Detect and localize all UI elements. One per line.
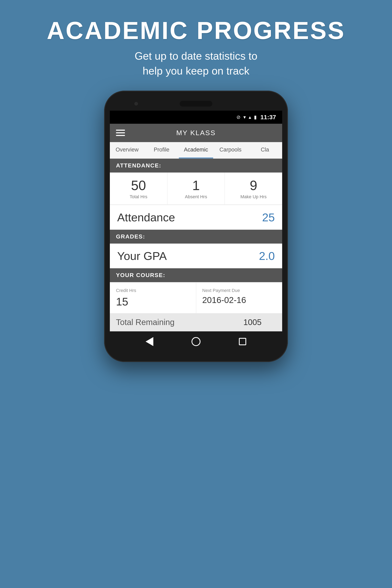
phone-camera — [134, 102, 138, 106]
app-title: MY KLASS — [176, 129, 216, 137]
app-bar: MY KLASS — [110, 124, 282, 142]
credit-hrs-cell: Credit Hrs 15 — [110, 282, 196, 313]
status-bar: ⊘ ▾ ▴ ▮ 11:37 — [110, 111, 282, 124]
battery-icon: ▮ — [254, 114, 257, 120]
absent-hrs-cell: 1 Absent Hrs — [168, 172, 225, 204]
total-remaining-row: Total Remaining 1005 — [110, 313, 282, 331]
total-remaining-label: Total Remaining — [116, 318, 174, 327]
page-header: ACADEMIC PROGRESS Get up to date statist… — [47, 16, 345, 78]
page-subtitle: Get up to date statistics tohelp you kee… — [47, 48, 345, 78]
tab-bar: Overview Profile Academic Carpools Cla — [110, 142, 282, 159]
next-payment-label: Next Payment Due — [202, 288, 276, 293]
makeup-hrs-label: Make Up Hrs — [240, 194, 267, 200]
tab-profile[interactable]: Profile — [144, 142, 179, 158]
hamburger-line-1 — [116, 130, 125, 131]
total-hrs-cell: 50 Total Hrs — [110, 172, 168, 204]
recents-icon — [239, 338, 246, 345]
absent-hrs-label: Absent Hrs — [185, 194, 207, 200]
wifi-icon: ▾ — [243, 114, 246, 120]
attendance-summary-row: Attendance 25 — [110, 205, 282, 230]
total-hrs-value: 50 — [131, 179, 146, 192]
back-button[interactable] — [142, 334, 156, 349]
recents-button[interactable] — [236, 334, 250, 349]
gpa-value: 2.0 — [259, 249, 275, 262]
next-payment-value: 2016-02-16 — [202, 295, 276, 305]
gpa-label: Your GPA — [117, 249, 167, 262]
next-payment-cell: Next Payment Due 2016-02-16 — [196, 282, 282, 313]
phone-speaker — [180, 101, 212, 106]
makeup-hrs-cell: 9 Make Up Hrs — [225, 172, 282, 204]
home-button[interactable] — [189, 334, 203, 349]
hamburger-line-2 — [116, 132, 125, 133]
tab-cla[interactable]: Cla — [248, 142, 282, 158]
tab-academic[interactable]: Academic — [179, 142, 213, 158]
attendance-stats-row: 50 Total Hrs 1 Absent Hrs 9 Make Up Hrs — [110, 172, 282, 204]
course-header: YOUR COURSE: — [110, 268, 282, 282]
signal-icon: ▴ — [249, 114, 251, 120]
back-icon — [146, 337, 153, 346]
hamburger-menu[interactable] — [116, 130, 125, 136]
gpa-row: Your GPA 2.0 — [110, 244, 282, 268]
attendance-header: ATTENDANCE: — [110, 159, 282, 172]
total-hrs-label: Total Hrs — [130, 194, 148, 200]
hamburger-line-3 — [116, 135, 125, 136]
status-time: 11:37 — [260, 114, 276, 121]
phone-top-bar — [110, 97, 282, 111]
course-grid: Credit Hrs 15 Next Payment Due 2016-02-1… — [110, 282, 282, 313]
attendance-summary-label: Attendance — [117, 211, 175, 224]
tab-overview[interactable]: Overview — [110, 142, 144, 158]
status-icons: ⊘ ▾ ▴ ▮ — [236, 114, 257, 120]
screen-content: ATTENDANCE: 50 Total Hrs 1 Absent Hrs 9 … — [110, 159, 282, 331]
grades-header: GRADES: — [110, 230, 282, 244]
credit-hrs-value: 15 — [116, 295, 190, 308]
do-not-disturb-icon: ⊘ — [236, 114, 240, 120]
total-remaining-value: 1005 — [243, 318, 276, 327]
bottom-nav — [110, 331, 282, 352]
makeup-hrs-value: 9 — [250, 179, 257, 192]
absent-hrs-value: 1 — [192, 179, 200, 192]
credit-hrs-label: Credit Hrs — [116, 288, 190, 293]
tab-carpools[interactable]: Carpools — [213, 142, 248, 158]
attendance-summary-value: 25 — [262, 211, 275, 224]
home-icon — [192, 337, 200, 346]
page-title: ACADEMIC PROGRESS — [47, 16, 345, 44]
phone-shell: ⊘ ▾ ▴ ▮ 11:37 MY KLASS Overview Profile … — [104, 91, 288, 362]
